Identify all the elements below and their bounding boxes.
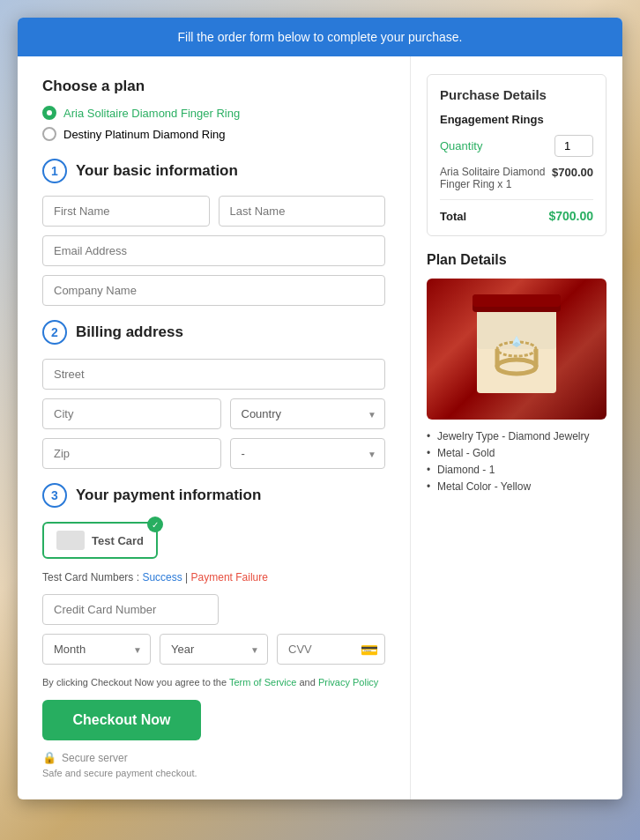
total-row: Total $700.00 xyxy=(440,209,593,223)
feature-1: Metal - Gold xyxy=(427,447,607,459)
country-select[interactable]: Country xyxy=(230,398,386,429)
choose-plan-title: Choose a plan xyxy=(42,78,385,95)
total-price: $700.00 xyxy=(548,209,593,223)
step2-title: Billing address xyxy=(76,323,183,341)
company-input[interactable] xyxy=(42,275,385,306)
cvv-wrapper: 💳 xyxy=(277,634,385,665)
plan-aria-label[interactable]: Aria Solitaire Diamond Finger Ring xyxy=(63,107,240,120)
purchase-details-box: Purchase Details Engagement Rings Quanti… xyxy=(427,74,607,236)
checkout-button[interactable]: Checkout Now xyxy=(42,700,201,740)
secure-sub: Safe and secure payment checkout. xyxy=(42,768,385,778)
zip-input[interactable] xyxy=(42,438,221,469)
quantity-input[interactable] xyxy=(554,135,593,157)
month-select[interactable]: Month xyxy=(42,634,151,665)
step3-circle: 3 xyxy=(42,483,67,508)
zip-state-row: - ▼ xyxy=(42,438,385,469)
cc-row xyxy=(42,594,385,625)
step1-circle: 1 xyxy=(42,159,67,183)
failure-link[interactable]: Payment Failure xyxy=(191,571,268,584)
terms-prefix: By clicking Checkout Now you agree to th… xyxy=(42,677,227,688)
left-panel: Choose a plan Aria Solitaire Diamond Fin… xyxy=(18,56,411,799)
step1-header: 1 Your basic information xyxy=(42,159,385,183)
city-country-row: Country ▼ xyxy=(42,398,385,429)
item-price: $700.00 xyxy=(552,166,593,179)
engagement-label: Engagement Rings xyxy=(440,113,593,126)
right-panel: Purchase Details Engagement Rings Quanti… xyxy=(411,56,622,515)
terms-and: and xyxy=(299,677,315,688)
first-name-input[interactable] xyxy=(42,196,210,227)
top-banner: Fill the order form below to complete yo… xyxy=(18,18,622,56)
purchase-title: Purchase Details xyxy=(440,87,593,102)
banner-text: Fill the order form below to complete yo… xyxy=(178,30,463,44)
plan-features: Jewelry Type - Diamond Jewelry Metal - G… xyxy=(427,430,607,493)
plan-options: Aria Solitaire Diamond Finger Ring Desti… xyxy=(42,106,385,141)
card-icon xyxy=(56,531,85,550)
success-link[interactable]: Success xyxy=(142,571,182,584)
card-checkmark-icon: ✓ xyxy=(147,517,163,532)
state-wrapper: - ▼ xyxy=(230,438,386,469)
test-numbers-row: Test Card Numbers : Success | Payment Fa… xyxy=(42,571,385,584)
card-details-row: Month ▼ Year ▼ 💳 xyxy=(42,634,385,665)
street-input[interactable] xyxy=(42,359,385,390)
ring-image xyxy=(427,279,607,420)
secure-row: 🔒 Secure server xyxy=(42,751,385,764)
radio-destiny xyxy=(42,127,56,141)
card-label: Test Card xyxy=(92,534,144,547)
feature-0: Jewelry Type - Diamond Jewelry xyxy=(427,430,607,442)
test-numbers-label: Test Card Numbers : xyxy=(42,571,139,584)
radio-aria xyxy=(42,106,56,120)
quantity-row: Quantity xyxy=(440,135,593,157)
cc-input[interactable] xyxy=(42,594,219,625)
checkout-modal: Fill the order form below to complete yo… xyxy=(18,18,622,799)
plan-destiny-label: Destiny Platinum Diamond Ring xyxy=(63,128,226,141)
step2-circle: 2 xyxy=(42,320,67,345)
month-wrapper: Month ▼ xyxy=(42,634,151,665)
svg-rect-3 xyxy=(473,294,561,307)
name-row xyxy=(42,196,385,227)
card-option[interactable]: Test Card ✓ xyxy=(42,522,158,559)
quantity-label: Quantity xyxy=(440,139,482,152)
country-wrapper: Country ▼ xyxy=(230,398,386,429)
terms-text: By clicking Checkout Now you agree to th… xyxy=(42,677,385,688)
step3-title: Your payment information xyxy=(76,487,261,504)
year-select[interactable]: Year xyxy=(160,634,268,665)
company-row xyxy=(42,275,385,306)
privacy-link[interactable]: Privacy Policy xyxy=(318,677,378,688)
cvv-card-icon: 💳 xyxy=(361,641,378,658)
item-name: Aria Solitaire Diamond Finger Ring x 1 xyxy=(440,166,552,190)
plan-option-destiny[interactable]: Destiny Platinum Diamond Ring xyxy=(42,127,385,141)
last-name-input[interactable] xyxy=(219,196,386,227)
street-row xyxy=(42,359,385,390)
ring-svg xyxy=(464,287,569,411)
modal-body: Choose a plan Aria Solitaire Diamond Fin… xyxy=(18,56,622,799)
item-row: Aria Solitaire Diamond Finger Ring x 1 $… xyxy=(440,166,593,200)
secure-label: Secure server xyxy=(62,752,128,764)
email-input[interactable] xyxy=(42,235,385,266)
step2-header: 2 Billing address xyxy=(42,320,385,345)
year-wrapper: Year ▼ xyxy=(160,634,268,665)
plan-details-title: Plan Details xyxy=(427,252,607,268)
lock-icon: 🔒 xyxy=(42,751,56,764)
terms-link[interactable]: Term of Service xyxy=(229,677,296,688)
email-row xyxy=(42,235,385,266)
step1-title: Your basic information xyxy=(76,162,238,180)
state-select[interactable]: - xyxy=(230,438,386,469)
city-input[interactable] xyxy=(42,398,221,429)
step3-header: 3 Your payment information xyxy=(42,483,385,508)
feature-3: Metal Color - Yellow xyxy=(427,480,607,493)
feature-2: Diamond - 1 xyxy=(427,464,607,476)
total-label: Total xyxy=(440,210,466,223)
plan-option-aria[interactable]: Aria Solitaire Diamond Finger Ring xyxy=(42,106,385,120)
